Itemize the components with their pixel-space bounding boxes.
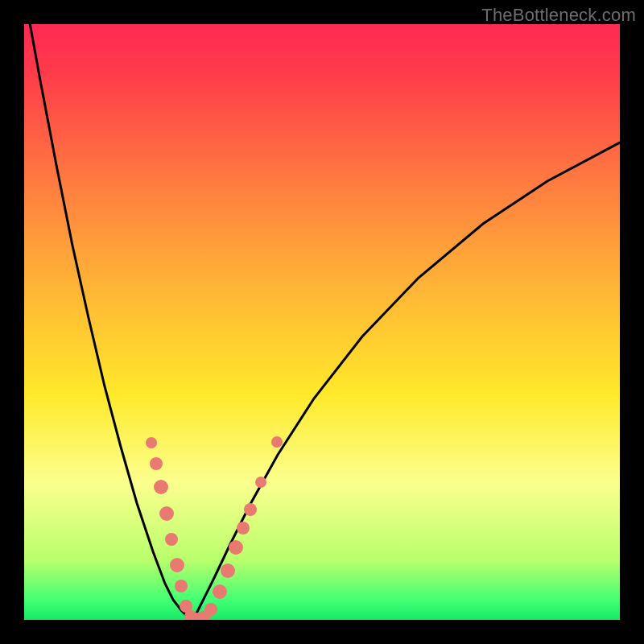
highlight-dot: [175, 580, 188, 592]
watermark-text: TheBottleneck.com: [481, 5, 636, 26]
v-curve-right: [193, 142, 620, 620]
highlight-dot: [229, 540, 243, 555]
highlight-dot: [165, 533, 178, 546]
highlight-dot: [154, 480, 168, 494]
highlight-dot: [271, 436, 283, 448]
highlight-dot: [221, 564, 235, 578]
highlight-dot: [255, 477, 266, 488]
highlight-dots-group: [146, 436, 283, 620]
plot-area: [24, 24, 620, 620]
highlight-dot: [204, 603, 217, 616]
v-curve-left: [24, 24, 193, 620]
highlight-dot: [150, 457, 163, 470]
highlight-dot: [170, 558, 184, 572]
chart-stage: TheBottleneck.com: [0, 0, 644, 644]
highlight-dot: [244, 503, 257, 516]
highlight-dot: [213, 584, 227, 599]
highlight-dot: [146, 437, 157, 448]
curve-layer: [24, 24, 620, 620]
highlight-dot: [159, 506, 174, 521]
highlight-dot: [237, 522, 250, 535]
